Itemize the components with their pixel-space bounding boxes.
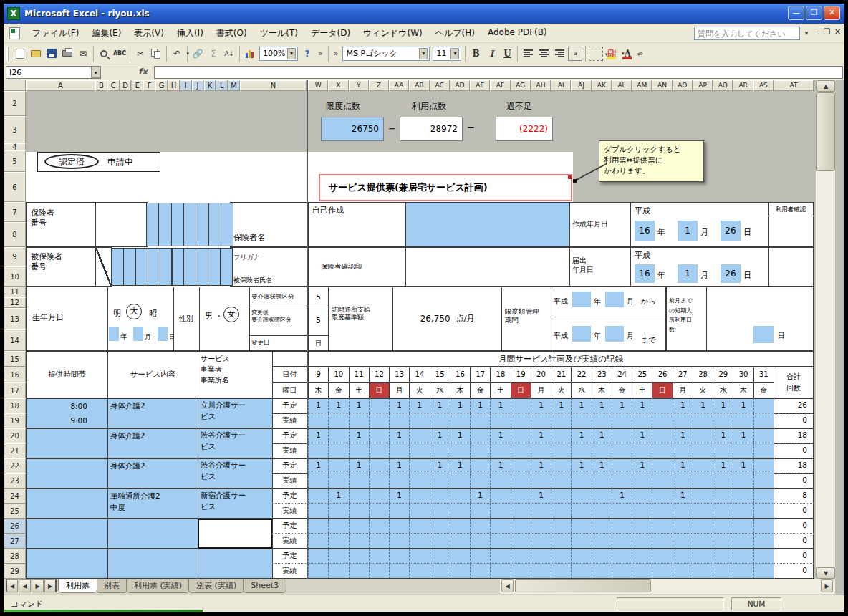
entry-1-actual-day-23[interactable] <box>592 443 612 458</box>
undo-icon[interactable]: ↶▾ <box>170 47 184 61</box>
column-header-AS[interactable]: AS <box>753 80 774 91</box>
entry-4-plan-day-29[interactable] <box>713 519 733 534</box>
entry-1-actual-label[interactable]: 実績 <box>272 443 307 458</box>
date-header-18[interactable]: 18 <box>490 367 511 382</box>
entry-5-plan-day-23[interactable] <box>592 549 612 564</box>
entry-1-plan-day-10[interactable] <box>328 428 349 443</box>
entry-4-plan-day-25[interactable] <box>632 519 652 534</box>
entry-4-actual-day-30[interactable] <box>733 534 753 549</box>
underline-icon[interactable]: U <box>500 47 514 61</box>
row-header-27[interactable]: 27 <box>4 534 26 549</box>
entry-4-plan-day-28[interactable] <box>693 519 713 534</box>
weekday-header-11[interactable]: 土 <box>349 382 370 398</box>
entry-5-actual-day-19[interactable] <box>511 564 531 579</box>
column-header-X[interactable]: X <box>328 80 348 91</box>
entry-1-actual-day-13[interactable] <box>389 443 410 458</box>
entry-2-actual-day-30[interactable] <box>733 473 753 489</box>
column-header-E[interactable]: E <box>132 80 144 91</box>
menu-item-2[interactable]: 表示(V) <box>127 24 170 42</box>
entry-1-actual-day-26[interactable] <box>652 443 673 458</box>
column-header-AB[interactable]: AB <box>409 80 429 91</box>
entry-5-actual-day-17[interactable] <box>470 564 491 579</box>
certified-stamp[interactable]: 認定済 <box>44 154 99 169</box>
entry-1-actual-day-11[interactable] <box>349 443 370 458</box>
row-header-11[interactable]: 11 <box>4 287 26 297</box>
entry-4-plan-day-17[interactable] <box>470 519 491 534</box>
scroll-left-icon[interactable]: ◀ <box>501 579 514 592</box>
row-header-16[interactable]: 16 <box>4 367 26 382</box>
column-header-L[interactable]: L <box>216 80 228 91</box>
row-header-5[interactable]: 5 <box>4 150 26 172</box>
entry-0-actual-day-18[interactable] <box>490 413 511 428</box>
entry-2-plan-day-18[interactable]: 1 <box>490 458 511 473</box>
entry-2-plan-day-14[interactable] <box>409 458 430 473</box>
entry-2-actual-day-11[interactable] <box>349 473 370 489</box>
entry-3-actual-label[interactable]: 実績 <box>272 504 307 519</box>
entry-2-plan-day-16[interactable]: 1 <box>450 458 471 473</box>
entry-5-plan-day-21[interactable] <box>551 549 572 564</box>
autosum-icon[interactable]: Σ <box>206 47 221 61</box>
entry-3-actual-day-21[interactable] <box>551 504 572 519</box>
date-header-10[interactable]: 10 <box>328 367 349 382</box>
weekday-header-23[interactable]: 木 <box>592 382 612 398</box>
date-header-27[interactable]: 27 <box>673 367 693 382</box>
entry-3-time[interactable] <box>26 489 108 519</box>
insured-no-box-4[interactable] <box>160 248 173 286</box>
entry-5-actual-day-20[interactable] <box>531 564 551 579</box>
entry-4-actual-day-18[interactable] <box>490 534 511 549</box>
menu-item-8[interactable]: ヘルプ(H) <box>429 24 481 42</box>
row-header-18[interactable]: 18 <box>4 398 26 413</box>
name-box[interactable]: I26 <box>6 66 101 79</box>
column-header-AN[interactable]: AN <box>652 80 672 91</box>
entry-5-actual-day-29[interactable] <box>713 564 733 579</box>
entry-4-plan-day-14[interactable] <box>409 519 430 534</box>
entry-1-plan-day-9[interactable]: 1 <box>308 428 329 443</box>
row-header-22[interactable]: 22 <box>4 458 26 473</box>
row-header-9[interactable]: 9 <box>4 247 26 266</box>
horizontal-scroll-thumb[interactable] <box>515 579 651 592</box>
entry-1-actual-day-12[interactable] <box>369 443 390 458</box>
entry-2-plan-day-25[interactable]: 1 <box>632 458 652 473</box>
date-header-25[interactable]: 25 <box>632 367 652 382</box>
entry-0-actual-day-29[interactable] <box>713 413 733 428</box>
weekday-header-10[interactable]: 金 <box>328 382 349 398</box>
date-header-26[interactable]: 26 <box>652 367 673 382</box>
entry-2-service[interactable]: 身体介護2 <box>107 458 198 489</box>
entry-2-actual-day-20[interactable] <box>531 473 551 489</box>
entry-4-actual-day-24[interactable] <box>612 534 632 549</box>
entry-4-plan-day-26[interactable] <box>652 519 673 534</box>
entry-3-plan-day-17[interactable]: 1 <box>470 489 491 504</box>
entry-5-actual-day-21[interactable] <box>551 564 572 579</box>
entry-4-plan-day-23[interactable] <box>592 519 612 534</box>
entry-3-actual-day-26[interactable] <box>652 504 673 519</box>
menu-item-7[interactable]: ウィンドウ(W) <box>357 24 429 42</box>
care-level-value[interactable]: 5 <box>308 287 329 307</box>
entry-1-plan-day-15[interactable]: 1 <box>430 428 450 443</box>
entry-3-actual-day-12[interactable] <box>369 504 390 519</box>
entry-3-plan-day-27[interactable]: 1 <box>673 489 693 504</box>
entry-0-actual-day-21[interactable] <box>551 413 572 428</box>
entry-2-plan-day-11[interactable]: 1 <box>349 458 370 473</box>
column-header-AG[interactable]: AG <box>511 80 531 91</box>
entry-5-plan-day-18[interactable] <box>490 549 511 564</box>
entry-0-plan-day-13[interactable]: 1 <box>389 398 410 413</box>
entry-5-actual-day-31[interactable] <box>753 564 774 579</box>
entry-5-plan-day-26[interactable] <box>652 549 673 564</box>
entry-0-actual-label[interactable]: 実績 <box>272 413 307 428</box>
entry-5-actual-day-12[interactable] <box>369 564 390 579</box>
column-header-AJ[interactable]: AJ <box>571 80 591 91</box>
entry-0-actual-day-27[interactable] <box>673 413 693 428</box>
entry-0-plan-day-25[interactable]: 1 <box>632 398 652 413</box>
entry-2-actual-day-13[interactable] <box>389 473 410 489</box>
birth-year-box[interactable] <box>109 327 119 341</box>
entry-1-time[interactable] <box>26 428 108 458</box>
menu-item-0[interactable]: ファイル(F) <box>26 24 85 42</box>
entry-3-plan-label[interactable]: 予定 <box>272 489 307 504</box>
entry-1-plan-day-30[interactable]: 1 <box>733 428 753 443</box>
column-header-I[interactable]: I <box>180 80 192 91</box>
entry-0-plan-day-29[interactable]: 1 <box>713 398 733 413</box>
self-made-cell[interactable]: 自己作成 <box>308 202 407 247</box>
column-header-Y[interactable]: Y <box>349 80 369 91</box>
new-icon[interactable] <box>13 47 27 61</box>
entry-0-actual-day-22[interactable] <box>571 413 592 428</box>
